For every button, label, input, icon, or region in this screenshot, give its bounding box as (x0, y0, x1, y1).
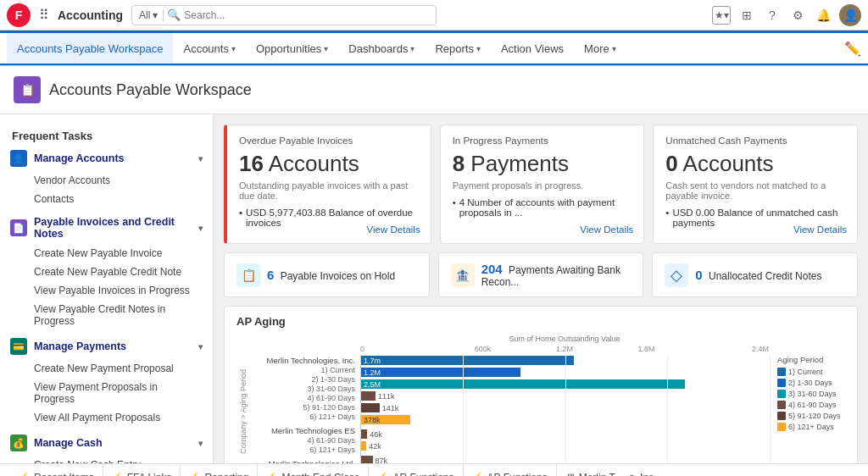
bolt-icon-ar: ⚡ (377, 472, 389, 476)
search-filter-label: All (139, 9, 150, 21)
stat-unmatched-value: 0 Accounts (665, 151, 845, 177)
axis-val-600k: 600k (442, 345, 523, 353)
bar-row-es-61-90: 46k (361, 429, 771, 440)
page-header: 📋 Accounts Payable Workspace (0, 66, 868, 114)
sidebar-group-header-payable-invoices[interactable]: 📄 Payable Invoices and Credit Notes ▾ (0, 212, 213, 244)
legend-label-61-90: 4) 61-90 Days (788, 401, 837, 409)
page-header-icon: 📋 (14, 76, 41, 103)
tab-reports[interactable]: Reports ▾ (425, 33, 491, 65)
add-icon[interactable]: ⊞ (737, 6, 756, 25)
bottom-item-ap-functions[interactable]: ⚡ AP Functions (464, 464, 557, 476)
accounts-arrow-icon: ▾ (231, 44, 236, 53)
settings-icon[interactable]: ⚙ (788, 6, 807, 25)
tab-more[interactable]: More ▾ (574, 33, 626, 65)
bar-row-current: 1.7m (361, 355, 771, 366)
payments-awaiting-icon: 🏦 (451, 263, 475, 287)
edit-icon[interactable]: ✏️ (844, 41, 861, 57)
stat-inprogress-value: 8 Payments (453, 151, 632, 177)
bottom-item-recent[interactable]: ⚡ Recent Items (10, 464, 103, 476)
chevron-down-icon: ▾ (153, 9, 158, 21)
bottom-label-recent: Recent Items (34, 472, 94, 477)
sidebar-item-view-payable-invoices[interactable]: View Payable Invoices in Progress (0, 281, 213, 300)
chart-legend: Aging Period 1) Current 2) 1-30 Days (771, 355, 845, 463)
sidebar-group-manage-cash: 💰 Manage Cash ▾ Create New Cash Entry Ma… (0, 430, 213, 463)
unallocated-count: 0 (695, 268, 702, 282)
tab-accounts-payable-workspace[interactable]: Accounts Payable Workspace (7, 33, 173, 65)
reports-arrow-icon: ▾ (476, 44, 481, 53)
tab-action-views[interactable]: Action Views (491, 33, 574, 65)
manage-payments-chevron: ▾ (198, 342, 203, 351)
bottom-item-company[interactable]: 🖥 Merlin T ... s, Inc. (557, 464, 665, 476)
opportunities-arrow-icon: ▾ (324, 44, 328, 53)
overdue-view-details-btn[interactable]: View Details (367, 224, 420, 235)
bar-row-121plus-inc: 378k (361, 414, 771, 425)
company-merlin-ltd-label: Merlin Technologies Ltd. 4) 61-90 Days 6… (250, 458, 360, 463)
manage-accounts-label: Manage Accounts (34, 152, 125, 164)
chart-y-labels: Merlin Technologies, Inc. 1) Current 2) … (250, 355, 360, 463)
favorites-icon[interactable]: ★▾ (712, 6, 731, 25)
quick-card-invoices-hold[interactable]: 📋 6 Payable Invoices on Hold (224, 252, 430, 297)
bottom-item-month-end[interactable]: ⚡ Month End Close (258, 464, 369, 476)
stat-overdue-label: Overdue Payable Invoices (239, 136, 419, 146)
apps-grid-icon[interactable]: ⠿ (36, 3, 53, 26)
sidebar-group-header-manage-payments[interactable]: 💳 Manage Payments ▾ (0, 334, 213, 359)
sidebar-item-view-all-proposals[interactable]: View All Payment Proposals (0, 408, 213, 427)
help-icon[interactable]: ? (763, 6, 782, 25)
sidebar-item-view-payment-proposals[interactable]: View Payment Proposals in Progress (0, 378, 213, 408)
bottom-item-reporting[interactable]: ⚡ Reporting (181, 464, 258, 476)
chart-y-axis-title: Company > Aging Period (239, 369, 248, 454)
sidebar-group-header-manage-cash[interactable]: 💰 Manage Cash ▾ (0, 430, 213, 456)
bottom-item-ffa-links[interactable]: ⚡ FFA Links (103, 464, 181, 476)
quick-card-unallocated[interactable]: ◇ 0 Unallocated Credit Notes (652, 252, 858, 297)
bottom-label-month-end: Month End Close (281, 472, 359, 477)
search-input[interactable] (184, 9, 429, 21)
sidebar-section-title: Frequent Tasks (0, 125, 213, 146)
bar-row-91-120: 141k (361, 402, 771, 413)
notifications-icon[interactable]: 🔔 (814, 6, 832, 25)
sidebar-item-create-payable-invoice[interactable]: Create New Payable Invoice (0, 244, 213, 263)
quick-card-payments-awaiting[interactable]: 🏦 204 Payments Awaiting Bank Recon... (438, 252, 644, 297)
payments-awaiting-text: 204 Payments Awaiting Bank Recon... (481, 262, 632, 288)
bar-label-es-121plus: 42k (369, 442, 381, 451)
stat-unmatched-label: Unmatched Cash Payments (665, 136, 845, 146)
search-filter-dropdown[interactable]: All ▾ (139, 9, 164, 21)
top-bar-right: ★▾ ⊞ ? ⚙ 🔔 👤 (712, 4, 861, 26)
bar-label-ltd-61-90: 87k (376, 457, 388, 464)
axis-val-1-8m: 1.8M (605, 345, 687, 353)
sidebar-item-view-credit-notes[interactable]: View Payable Credit Notes in Progress (0, 300, 213, 330)
manage-payments-icon: 💳 (10, 338, 27, 355)
tab-accounts[interactable]: Accounts ▾ (173, 33, 245, 65)
dashboards-arrow-icon: ▾ (410, 44, 415, 53)
sidebar-item-create-credit-note[interactable]: Create New Payable Credit Note (0, 263, 213, 281)
bar-label-1-30: 1.2M (364, 368, 381, 377)
chart-axis-label: Sum of Home Outstanding Value (360, 335, 769, 343)
search-icon: 🔍 (167, 8, 181, 21)
page-title: Accounts Payable Workspace (49, 81, 252, 99)
legend-label-31-60: 3) 31-60 Days (788, 390, 837, 398)
tab-opportunities[interactable]: Opportunities ▾ (246, 33, 338, 65)
avatar[interactable]: 👤 (839, 4, 861, 26)
legend-color-91-120 (777, 412, 786, 420)
legend-item-current: 1) Current (777, 368, 845, 376)
bottom-label-ar: AR Functions (392, 472, 453, 477)
bottom-item-ar-functions[interactable]: ⚡ AR Functions (369, 464, 463, 476)
sidebar-group-header-manage-accounts[interactable]: 👤 Manage Accounts ▾ (0, 146, 213, 171)
legend-label-1-30: 2) 1-30 Days (788, 379, 832, 387)
sidebar-item-create-payment-proposal[interactable]: Create New Payment Proposal (0, 359, 213, 378)
bar-row-ltd-61-90: 87k (361, 455, 771, 463)
company-merlin-inc-label: Merlin Technologies, Inc. 1) Current 2) … (250, 355, 360, 422)
content-area: Overdue Payable Invoices 16 Accounts Out… (214, 114, 868, 463)
inprogress-view-details-btn[interactable]: View Details (580, 224, 633, 235)
sidebar-item-contacts[interactable]: Contacts (0, 190, 213, 208)
sidebar-item-create-cash-entry[interactable]: Create New Cash Entry (0, 456, 213, 463)
bolt-icon-ffa: ⚡ (112, 472, 124, 476)
app-logo[interactable]: F (7, 3, 31, 27)
tab-dashboards[interactable]: Dashboards ▾ (338, 33, 425, 65)
legend-item-31-60: 3) 31-60 Days (777, 390, 845, 398)
unallocated-label: Unallocated Credit Notes (709, 270, 821, 282)
unmatched-view-details-btn[interactable]: View Details (793, 224, 847, 235)
unallocated-icon: ◇ (665, 263, 688, 287)
sidebar-item-vendor-accounts[interactable]: Vendor Accounts (0, 171, 213, 190)
computer-icon: 🖥 (565, 472, 576, 477)
company-merlin-es-label: Merlin Technologies ES 4) 61-90 Days 6) … (250, 425, 360, 455)
